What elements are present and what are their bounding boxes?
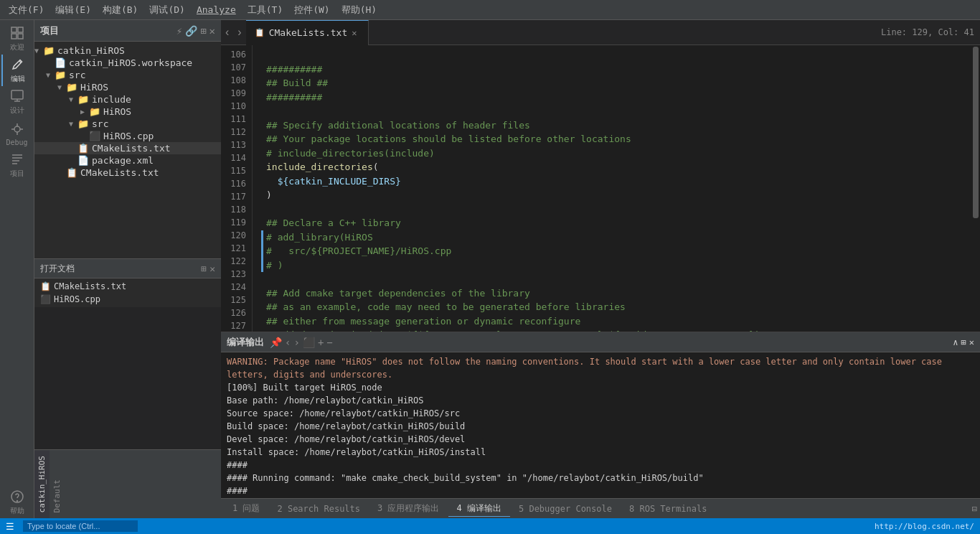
sidebar-close-btn[interactable]: ✕ <box>209 25 215 37</box>
build-add-btn[interactable]: + <box>318 337 324 348</box>
tree-hiros-sub[interactable]: ▶ 📁 HiROS <box>34 106 221 118</box>
menu-controls[interactable]: 控件(W) <box>288 1 335 19</box>
activity-design[interactable]: 设计 <box>1 86 33 118</box>
bottom-panel-expand[interactable]: ⊟ <box>972 504 977 514</box>
tree-src[interactable]: ▼ 📁 src <box>34 69 221 81</box>
menu-build[interactable]: 构建(B) <box>97 1 143 19</box>
sidebar-title: 项目 <box>40 24 59 37</box>
ln: 123 <box>227 268 246 281</box>
activity-project[interactable]: 项目 <box>1 149 33 181</box>
tab-nav-next[interactable]: › <box>233 26 245 39</box>
build-stop-btn[interactable]: ⬛ <box>303 337 315 348</box>
build-prev-btn[interactable]: ‹ <box>285 337 291 348</box>
activity-welcome[interactable]: 欢迎 <box>1 23 33 55</box>
activity-edit-label: 编辑 <box>11 74 25 84</box>
open-files-close[interactable]: ✕ <box>209 263 215 274</box>
build-panel-expand: ∧ ⊞ ✕ <box>953 337 974 347</box>
tree-cmake-root[interactable]: 📋 CMakeLists.txt <box>34 167 221 179</box>
ln: 127 <box>227 319 246 332</box>
tree-hiros[interactable]: ▼ 📁 HiROS <box>34 81 221 93</box>
tab-bar: ‹ › 📋 CMakeLists.txt ✕ Line: 129, Col: 4… <box>221 20 980 45</box>
code-line: # src/${PROJECT_NAME}/HiROS.cpp <box>261 244 971 258</box>
cpp-icon: ⬛ <box>89 131 100 141</box>
bottom-tab-debugger[interactable]: 5 Debugger Console <box>510 502 621 515</box>
tree-label: src <box>69 70 85 80</box>
sidebar-link-btn[interactable]: 🔗 <box>185 25 197 37</box>
tab-label: CMakeLists.txt <box>269 27 348 38</box>
bottom-tab-problems[interactable]: 1 问题 <box>224 501 268 516</box>
ln: 120 <box>227 229 246 242</box>
tree-label: src <box>92 118 108 129</box>
open-file-cpp[interactable]: ⬛ HiROS.cpp <box>34 293 221 306</box>
menu-file[interactable]: 文件(F) <box>3 1 50 19</box>
tree-cmake-selected[interactable]: 📋 CMakeLists.txt <box>34 142 221 154</box>
bottom-tab-build[interactable]: 4 编译输出 <box>448 501 510 517</box>
activity-bar: 欢迎 编辑 设计 Debug 项目 帮助 <box>0 20 34 518</box>
tree-hiros-cpp[interactable]: ⬛ HiROS.cpp <box>34 130 221 142</box>
build-panel-toolbar: 📌 ‹ › ⬛ + − <box>270 337 333 348</box>
menu-edit[interactable]: 编辑(E) <box>50 1 96 19</box>
activity-project-label: 项目 <box>10 169 24 179</box>
code-lines[interactable]: ########## ## Build ## ########## ## Spe… <box>253 45 971 332</box>
right-panel: ‹ › 📋 CMakeLists.txt ✕ Line: 129, Col: 4… <box>221 20 980 518</box>
sidebar-header: 项目 ⚡ 🔗 ⊞ ✕ <box>34 20 221 42</box>
tree-package-xml[interactable]: 📄 package.xml <box>34 154 221 167</box>
menu-debug[interactable]: 调试(D) <box>143 1 190 19</box>
cmake-icon: 📋 <box>66 167 77 178</box>
bottom-tab-ros[interactable]: 8 ROS Terminals <box>621 502 715 515</box>
build-maximize-btn[interactable]: ⊞ <box>961 337 966 347</box>
status-search-input[interactable] <box>23 520 138 532</box>
bottom-tab-app[interactable]: 3 应用程序输出 <box>369 501 448 516</box>
open-files-title: 打开文档 <box>40 263 75 275</box>
build-panel-title: 编译输出 <box>227 336 264 349</box>
tree-src-sub[interactable]: ▼ 📁 src <box>34 118 221 130</box>
ws-tab-catkin[interactable]: catkin_HiROS <box>34 450 50 518</box>
code-line: ${catkin_INCLUDE_DIRS} <box>261 174 971 189</box>
ws-tab-default[interactable]: Default <box>50 450 65 518</box>
menu-analyze[interactable]: Analyze <box>191 1 242 18</box>
tree-include[interactable]: ▼ 📁 include <box>34 93 221 106</box>
activity-help[interactable]: 帮助 <box>1 487 33 518</box>
folder-icon: 📁 <box>77 118 89 129</box>
editor-tab-cmake[interactable]: 📋 CMakeLists.txt ✕ <box>246 20 369 45</box>
bottom-tab-search[interactable]: 2 Search Results <box>268 502 369 515</box>
sidebar-filter-btn[interactable]: ⚡ <box>176 25 182 37</box>
activity-debug[interactable]: Debug <box>1 118 33 149</box>
svg-rect-2 <box>11 34 17 39</box>
tab-close-btn[interactable]: ✕ <box>352 28 357 38</box>
code-line: # ) <box>261 258 971 273</box>
tree-workspace[interactable]: 📄 catkin_HiROS.workspace <box>34 57 221 69</box>
tree-label: CMakeLists.txt <box>92 143 171 154</box>
tree-label: package.xml <box>92 155 154 166</box>
svg-rect-3 <box>18 34 23 39</box>
folder-icon: 📁 <box>55 70 66 80</box>
menu-help[interactable]: 帮助(H) <box>336 1 382 19</box>
tab-nav-prev[interactable]: ‹ <box>221 26 233 39</box>
editor-scrollbar[interactable] <box>971 45 980 332</box>
build-line: #### Running command: "make cmake_check_… <box>227 472 974 484</box>
build-panel: 编译输出 📌 ‹ › ⬛ + − ∧ ⊞ ✕ WARNING: Package … <box>221 332 980 518</box>
menu-tools[interactable]: 工具(T) <box>242 1 288 19</box>
code-line: ) <box>261 188 971 202</box>
ln: 126 <box>227 306 246 319</box>
build-minus-btn[interactable]: − <box>326 337 332 348</box>
activity-edit[interactable]: 编辑 <box>1 55 33 86</box>
status-bar: ☰ http://blog.csdn.net/ <box>0 518 980 534</box>
main-content: 欢迎 编辑 设计 Debug 项目 帮助 项目 ⚡ <box>0 20 980 518</box>
build-close-btn[interactable]: ✕ <box>969 337 974 347</box>
build-pin-btn[interactable]: 📌 <box>270 337 282 348</box>
open-file-cmake[interactable]: 📋 CMakeLists.txt <box>34 280 221 293</box>
tree-label: catkin_HiROS <box>57 45 125 56</box>
cmake-icon: 📋 <box>77 143 89 154</box>
svg-rect-0 <box>11 27 17 32</box>
status-watermark: http://blog.csdn.net/ <box>875 522 974 531</box>
code-line: include_directories( <box>261 160 971 174</box>
build-line: #### <box>227 484 974 497</box>
sidebar-expand-btn[interactable]: ⊞ <box>200 25 206 37</box>
tree-catkin-hiros[interactable]: ▼ 📁 catkin_HiROS <box>34 44 221 57</box>
code-line: ## Declare a C++ library <box>261 216 971 230</box>
open-files-expand[interactable]: ⊞ <box>201 263 207 274</box>
build-collapse-btn[interactable]: ∧ <box>953 337 958 347</box>
code-line: ########## <box>261 90 971 105</box>
build-next-btn[interactable]: › <box>293 337 299 348</box>
